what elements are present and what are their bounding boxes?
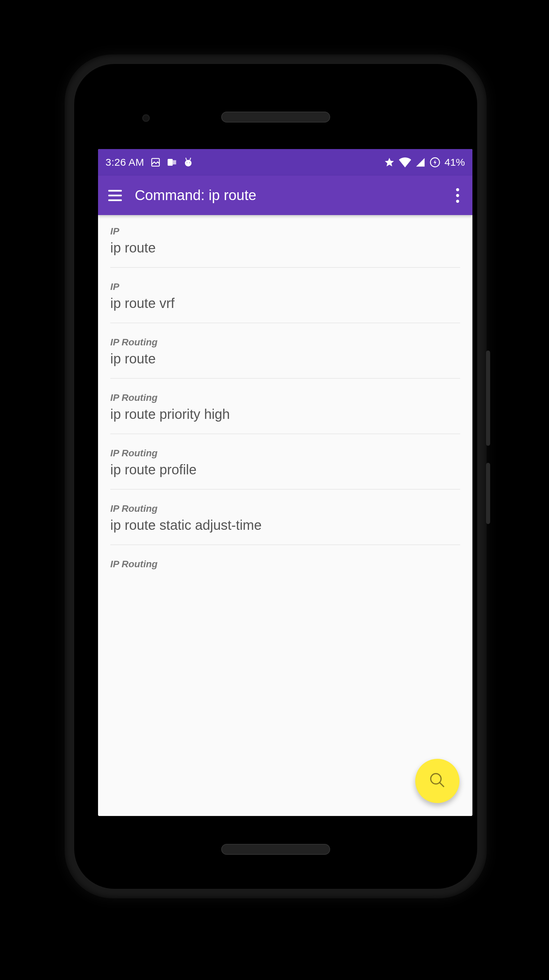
svg-point-4 [186, 162, 188, 163]
list-item[interactable]: IP Routing ip route static adjust-time [110, 490, 460, 545]
phone-camera [142, 115, 150, 122]
star-icon [384, 157, 395, 168]
svg-point-5 [189, 162, 190, 163]
item-category: IP [110, 282, 460, 292]
status-time: 3:26 AM [105, 156, 144, 168]
svg-line-6 [186, 158, 186, 160]
phone-speaker [221, 844, 330, 855]
battery-percent: 41% [444, 156, 465, 168]
image-icon [150, 157, 161, 167]
screen: 3:26 AM [98, 149, 473, 816]
search-icon [428, 772, 446, 791]
svg-point-9 [431, 774, 441, 784]
phone-frame: 3:26 AM [65, 54, 487, 898]
app-bar-title: Command: ip route [135, 187, 449, 204]
item-title: ip route [110, 240, 460, 256]
item-category: IP [110, 226, 460, 237]
outlook-icon [167, 157, 177, 167]
list-item[interactable]: IP Routing ip route profile [110, 434, 460, 490]
list-item[interactable]: IP Routing [110, 545, 460, 570]
phone-side-button [486, 350, 490, 446]
list-item[interactable]: IP Routing ip route [110, 323, 460, 379]
wifi-icon [399, 157, 411, 167]
overflow-menu-button[interactable] [449, 185, 466, 205]
phone-earpiece [221, 111, 330, 123]
svg-line-7 [189, 158, 190, 160]
list-item[interactable]: IP ip route [110, 215, 460, 268]
item-category: IP Routing [110, 503, 460, 514]
cyanogen-icon [183, 156, 193, 168]
menu-button[interactable] [105, 185, 125, 205]
item-title: ip route vrf [110, 296, 460, 311]
svg-rect-2 [173, 160, 176, 165]
phone-side-button [486, 463, 490, 524]
item-category: IP Routing [110, 448, 460, 459]
item-title: ip route static adjust-time [110, 517, 460, 533]
item-title: ip route priority high [110, 407, 460, 422]
list-item[interactable]: IP Routing ip route priority high [110, 379, 460, 434]
command-list[interactable]: IP ip route IP ip route vrf IP Routing i… [98, 215, 473, 570]
status-bar-right: 41% [384, 156, 465, 168]
item-category: IP Routing [110, 337, 460, 348]
app-bar: Command: ip route [98, 176, 473, 215]
item-category: IP Routing [110, 559, 460, 570]
status-bar: 3:26 AM [98, 149, 473, 176]
item-title: ip route profile [110, 462, 460, 477]
svg-rect-1 [167, 159, 173, 166]
svg-line-10 [440, 783, 444, 787]
battery-circle-icon [430, 157, 441, 168]
item-title: ip route [110, 351, 460, 366]
search-fab[interactable] [415, 759, 460, 803]
list-item[interactable]: IP ip route vrf [110, 268, 460, 323]
phone-bezel: 3:26 AM [74, 64, 477, 889]
cell-signal-icon [415, 157, 425, 167]
status-bar-left: 3:26 AM [105, 156, 193, 168]
item-category: IP Routing [110, 392, 460, 403]
